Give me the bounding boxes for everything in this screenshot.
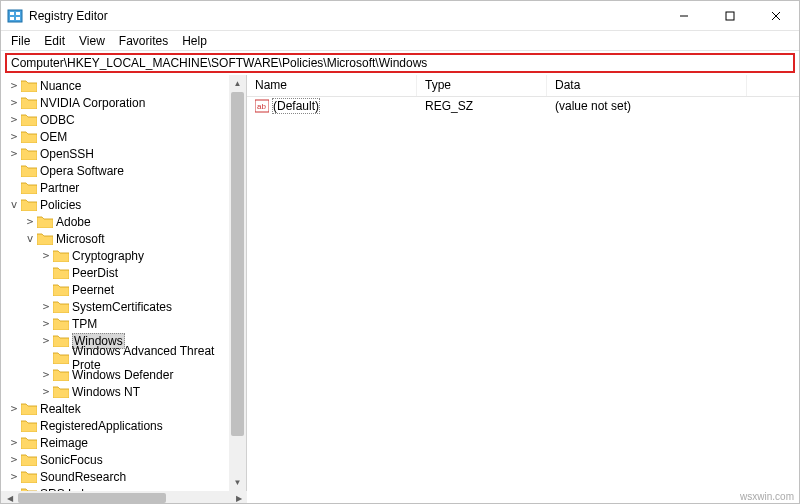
tree-item[interactable]: >PeerDist <box>3 264 246 281</box>
values-list[interactable]: ab(Default)REG_SZ(value not set) <box>247 97 799 491</box>
chevron-right-icon[interactable]: > <box>7 147 21 160</box>
tree-item[interactable]: >Partner <box>3 179 246 196</box>
chevron-right-icon[interactable]: > <box>7 453 21 466</box>
menu-view[interactable]: View <box>73 33 111 49</box>
tree-item[interactable]: >Windows NT <box>3 383 246 400</box>
scroll-right-button[interactable]: ▶ <box>230 491 247 504</box>
folder-icon <box>53 351 69 364</box>
tree-item[interactable]: >Reimage <box>3 434 246 451</box>
column-name[interactable]: Name <box>247 75 417 96</box>
menu-help[interactable]: Help <box>176 33 213 49</box>
tree-item-label: ODBC <box>40 113 75 127</box>
folder-icon <box>37 215 53 228</box>
folder-icon <box>53 317 69 330</box>
menu-file[interactable]: File <box>5 33 36 49</box>
folder-icon <box>21 164 37 177</box>
string-value-icon: ab <box>255 99 269 113</box>
tree-item[interactable]: >SoundResearch <box>3 468 246 485</box>
tree-vertical-scrollbar[interactable]: ▲ ▼ <box>229 75 246 491</box>
chevron-right-icon[interactable]: > <box>7 130 21 143</box>
chevron-down-icon[interactable]: v <box>7 198 21 211</box>
registry-tree[interactable]: >Nuance>NVIDIA Corporation>ODBC>OEM>Open… <box>1 75 246 491</box>
menu-edit[interactable]: Edit <box>38 33 71 49</box>
hscroll-track[interactable] <box>18 491 230 504</box>
scroll-down-button[interactable]: ▼ <box>229 474 246 491</box>
tree-item-label: Windows Defender <box>72 368 173 382</box>
tree-item-label: Policies <box>40 198 81 212</box>
tree-item[interactable]: >Nuance <box>3 77 246 94</box>
tree-item[interactable]: >Cryptography <box>3 247 246 264</box>
tree-item[interactable]: >Realtek <box>3 400 246 417</box>
folder-icon <box>21 79 37 92</box>
scroll-thumb[interactable] <box>231 92 244 436</box>
scroll-track[interactable] <box>229 92 246 474</box>
chevron-right-icon[interactable]: > <box>23 215 37 228</box>
scroll-left-button[interactable]: ◀ <box>1 491 18 504</box>
chevron-right-icon[interactable]: > <box>7 470 21 483</box>
tree-item[interactable]: >SonicFocus <box>3 451 246 468</box>
tree-item-label: RegisteredApplications <box>40 419 163 433</box>
tree-item[interactable]: >TPM <box>3 315 246 332</box>
tree-item-label: Peernet <box>72 283 114 297</box>
address-input[interactable] <box>5 53 795 73</box>
folder-icon <box>21 470 37 483</box>
tree-item[interactable]: vMicrosoft <box>3 230 246 247</box>
scroll-up-button[interactable]: ▲ <box>229 75 246 92</box>
folder-icon <box>21 419 37 432</box>
tree-item-label: SystemCertificates <box>72 300 172 314</box>
chevron-right-icon[interactable]: > <box>39 249 53 262</box>
folder-icon <box>53 385 69 398</box>
folder-icon <box>53 283 69 296</box>
tree-item[interactable]: >Adobe <box>3 213 246 230</box>
tree-item-label: SonicFocus <box>40 453 103 467</box>
chevron-right-icon[interactable]: > <box>7 79 21 92</box>
values-pane: Name Type Data ab(Default)REG_SZ(value n… <box>247 75 799 491</box>
tree-item-label: NVIDIA Corporation <box>40 96 145 110</box>
tree-item[interactable]: >Peernet <box>3 281 246 298</box>
chevron-right-icon[interactable]: > <box>39 317 53 330</box>
tree-item[interactable]: >OpenSSH <box>3 145 246 162</box>
chevron-right-icon[interactable]: > <box>7 402 21 415</box>
chevron-down-icon[interactable]: v <box>23 232 37 245</box>
tree-item[interactable]: >Windows Advanced Threat Prote <box>3 349 246 366</box>
maximize-button[interactable] <box>707 1 753 31</box>
tree-item[interactable]: >OEM <box>3 128 246 145</box>
tree-item[interactable]: >NVIDIA Corporation <box>3 94 246 111</box>
tree-item[interactable]: >ODBC <box>3 111 246 128</box>
tree-item-label: OpenSSH <box>40 147 94 161</box>
tree-item[interactable]: >RegisteredApplications <box>3 417 246 434</box>
folder-icon <box>21 181 37 194</box>
tree-item-label: PeerDist <box>72 266 118 280</box>
window-controls <box>661 1 799 31</box>
menu-favorites[interactable]: Favorites <box>113 33 174 49</box>
tree-item-label: Adobe <box>56 215 91 229</box>
tree-item-label: Partner <box>40 181 79 195</box>
column-type[interactable]: Type <box>417 75 547 96</box>
chevron-right-icon[interactable]: > <box>7 113 21 126</box>
folder-icon <box>53 300 69 313</box>
column-data[interactable]: Data <box>547 75 747 96</box>
tree-horizontal-scrollbar[interactable]: ◀ ▶ <box>1 491 247 504</box>
chevron-right-icon[interactable]: > <box>39 385 53 398</box>
folder-icon <box>53 368 69 381</box>
minimize-button[interactable] <box>661 1 707 31</box>
tree-item-label: Nuance <box>40 79 81 93</box>
svg-rect-1 <box>10 12 14 15</box>
close-button[interactable] <box>753 1 799 31</box>
chevron-right-icon[interactable]: > <box>39 300 53 313</box>
value-type-cell: REG_SZ <box>417 99 547 113</box>
tree-item[interactable]: >Opera Software <box>3 162 246 179</box>
hscroll-thumb[interactable] <box>18 493 166 503</box>
tree-item[interactable]: >SystemCertificates <box>3 298 246 315</box>
folder-icon <box>21 113 37 126</box>
chevron-right-icon[interactable]: > <box>7 96 21 109</box>
tree-item[interactable]: vPolicies <box>3 196 246 213</box>
folder-icon <box>21 96 37 109</box>
titlebar: Registry Editor <box>1 1 799 31</box>
folder-icon <box>21 436 37 449</box>
watermark: wsxwin.com <box>740 491 794 502</box>
chevron-right-icon[interactable]: > <box>39 368 53 381</box>
chevron-right-icon[interactable]: > <box>7 436 21 449</box>
value-row[interactable]: ab(Default)REG_SZ(value not set) <box>247 97 799 115</box>
chevron-right-icon[interactable]: > <box>39 334 53 347</box>
